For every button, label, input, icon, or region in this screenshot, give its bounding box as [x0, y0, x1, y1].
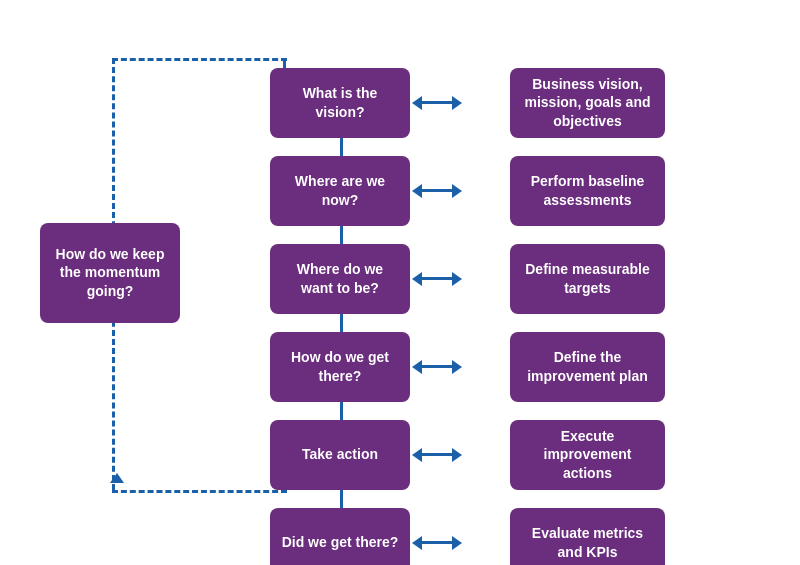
center-box-0: What is the vision? [270, 68, 410, 138]
center-box-2: Where do we want to be? [270, 244, 410, 314]
right-box-5: Evaluate metrics and KPIs [510, 508, 665, 566]
h-arrow-1 [412, 184, 462, 198]
right-box-3: Define the improvement plan [510, 332, 665, 402]
h-arrow-3 [412, 360, 462, 374]
center-box-4: Take action [270, 420, 410, 490]
h-arrow-4 [412, 448, 462, 462]
center-box-5: Did we get there? [270, 508, 410, 566]
h-arrow-5 [412, 536, 462, 550]
right-box-4: Execute improvement actions [510, 420, 665, 490]
center-box-3: How do we get there? [270, 332, 410, 402]
left-box: How do we keep the momentum going? [40, 223, 180, 323]
loop-top-line [112, 58, 287, 61]
right-box-2: Define measurable targets [510, 244, 665, 314]
h-arrow-0 [412, 96, 462, 110]
right-box-1: Perform baseline assessments [510, 156, 665, 226]
loop-bottom-line [112, 490, 287, 493]
diagram: How do we keep the momentum going? What … [20, 13, 780, 553]
right-box-0: Business vision, mission, goals and obje… [510, 68, 665, 138]
h-arrow-2 [412, 272, 462, 286]
up-arrow [110, 473, 124, 483]
center-box-1: Where are we now? [270, 156, 410, 226]
